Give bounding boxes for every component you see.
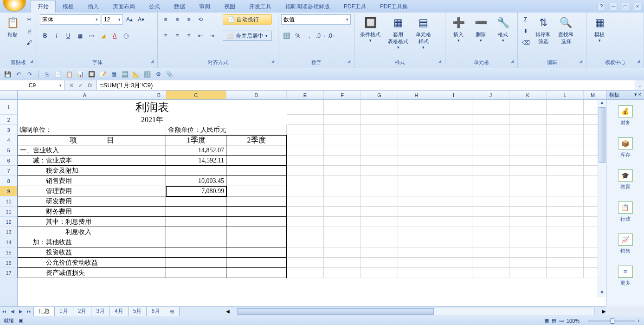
cell-E4[interactable]: [287, 135, 324, 145]
cell-F17[interactable]: [324, 268, 361, 278]
cell-H8[interactable]: [398, 176, 435, 186]
cell-F5[interactable]: [324, 145, 361, 156]
formula-expand-button[interactable]: ⌄: [635, 80, 644, 90]
enter-formula-button[interactable]: ✓: [76, 82, 85, 89]
cell-D6[interactable]: [226, 156, 287, 166]
cell-G16[interactable]: [361, 258, 398, 268]
help-icon[interactable]: ?: [598, 3, 605, 10]
close-icon[interactable]: ×: [634, 3, 641, 10]
cell-H12[interactable]: [398, 217, 435, 227]
hscroll-left[interactable]: ◀: [226, 309, 230, 314]
cell-C17[interactable]: [166, 268, 226, 278]
border-style-button[interactable]: ▭: [86, 31, 97, 41]
template-button[interactable]: ▦模板▾: [589, 14, 610, 44]
sheet-tab-4月[interactable]: 4月: [110, 307, 129, 316]
sheet-nav-prev[interactable]: ◀: [8, 307, 17, 316]
cell-J8[interactable]: [472, 176, 509, 186]
cell-C7[interactable]: [166, 166, 226, 176]
row-header-1[interactable]: 1: [0, 100, 17, 115]
percent-button[interactable]: %: [293, 31, 303, 41]
cell-J7[interactable]: [472, 166, 509, 176]
paste-button[interactable]: 📋 粘贴: [3, 14, 22, 39]
cell-K17[interactable]: [509, 268, 547, 278]
cell-J6[interactable]: [472, 156, 509, 166]
underline-button[interactable]: U: [63, 31, 73, 41]
sheet-tab-6月[interactable]: 6月: [147, 307, 165, 316]
cell-F4[interactable]: [324, 135, 361, 145]
font-size-combo[interactable]: 12▾: [102, 14, 123, 25]
cell-H17[interactable]: [398, 268, 435, 278]
cut-button[interactable]: ✂: [24, 14, 34, 25]
sheet-tab-3月[interactable]: 3月: [91, 307, 110, 316]
view-pagebreak-button[interactable]: ▭: [559, 318, 564, 324]
sheet-tab-1月[interactable]: 1月: [55, 307, 73, 316]
cell-J9[interactable]: [472, 186, 509, 196]
indent-dec-button[interactable]: ⇤: [195, 31, 206, 41]
qat-btn-10[interactable]: 🔢: [142, 70, 152, 79]
cell-I1[interactable]: [435, 100, 472, 115]
cell-A4[interactable]: 项 目: [18, 135, 166, 145]
template-item-3[interactable]: 📋行政: [606, 196, 644, 228]
restore-icon[interactable]: □: [622, 3, 629, 10]
conditional-format-button[interactable]: 🔲条件格式▾: [357, 14, 383, 44]
ribbon-tab-7[interactable]: 视图: [217, 0, 242, 13]
hscroll-right[interactable]: ▶: [602, 309, 606, 314]
qat-btn-3[interactable]: 📋: [64, 70, 74, 79]
row-header-2[interactable]: 2: [0, 115, 17, 125]
col-header-I[interactable]: I: [435, 91, 472, 99]
cell-F3[interactable]: [324, 125, 361, 135]
cell-H7[interactable]: [398, 166, 435, 176]
cell-I16[interactable]: [435, 258, 472, 268]
cell-L13[interactable]: [547, 227, 584, 237]
border-button[interactable]: ▦: [75, 31, 85, 41]
qat-btn-9[interactable]: 📐: [131, 70, 141, 79]
font-name-combo[interactable]: 宋体▾: [40, 14, 100, 25]
cell-K11[interactable]: [509, 207, 547, 217]
cell-E16[interactable]: [287, 258, 324, 268]
qat-btn-12[interactable]: 📎: [165, 70, 174, 79]
row-header-14[interactable]: 14: [0, 237, 17, 247]
autosum-button[interactable]: Σ: [521, 14, 531, 25]
sheet-tab-5月[interactable]: 5月: [129, 307, 147, 316]
cell-G12[interactable]: [361, 217, 398, 227]
cell-F7[interactable]: [324, 166, 361, 176]
cell-L1[interactable]: [547, 100, 584, 115]
insert-cells-button[interactable]: ➕插入▾: [448, 14, 469, 44]
cell-A12[interactable]: 其中：利息费用: [18, 217, 166, 227]
sheet-nav-last[interactable]: ⏭: [25, 307, 33, 316]
col-header-J[interactable]: J: [472, 91, 509, 99]
template-item-0[interactable]: 💰财务: [606, 100, 644, 132]
office-button[interactable]: [3, 0, 26, 12]
cell-E17[interactable]: [287, 268, 324, 278]
cell-H9[interactable]: [398, 186, 435, 196]
col-header-C[interactable]: C: [166, 91, 226, 99]
cell-H13[interactable]: [398, 227, 435, 237]
qat-btn-2[interactable]: 📄: [53, 70, 63, 79]
select-all-corner[interactable]: [0, 91, 18, 99]
cell-E9[interactable]: [287, 186, 324, 196]
row-header-6[interactable]: 6: [0, 156, 17, 166]
row-header-3[interactable]: 3: [0, 125, 17, 135]
cell-E1[interactable]: [287, 100, 324, 115]
cell-L12[interactable]: [547, 217, 584, 227]
cell-C11[interactable]: [166, 207, 226, 217]
sheet-nav-next[interactable]: ▶: [17, 307, 25, 316]
row-header-7[interactable]: 7: [0, 166, 17, 176]
template-item-2[interactable]: 🎓教育: [606, 164, 644, 196]
clear-button[interactable]: ⌫: [521, 38, 531, 48]
cell-C14[interactable]: [166, 237, 226, 247]
col-header-G[interactable]: G: [361, 91, 398, 99]
cell-K8[interactable]: [509, 176, 547, 186]
view-normal-button[interactable]: ▦: [544, 318, 549, 324]
cell-F11[interactable]: [324, 207, 361, 217]
cell-K4[interactable]: [509, 135, 547, 145]
vscroll-up[interactable]: ▲: [598, 100, 606, 107]
cell-J11[interactable]: [472, 207, 509, 217]
cell-E6[interactable]: [287, 156, 324, 166]
qat-btn-1[interactable]: ⎘: [42, 70, 52, 79]
cell-A1[interactable]: 利润表: [18, 100, 287, 115]
cell-C6[interactable]: 14,592.11: [166, 156, 226, 166]
cell-J15[interactable]: [472, 247, 509, 258]
fx-button[interactable]: fx: [85, 82, 95, 89]
cell-J3[interactable]: [472, 125, 509, 135]
